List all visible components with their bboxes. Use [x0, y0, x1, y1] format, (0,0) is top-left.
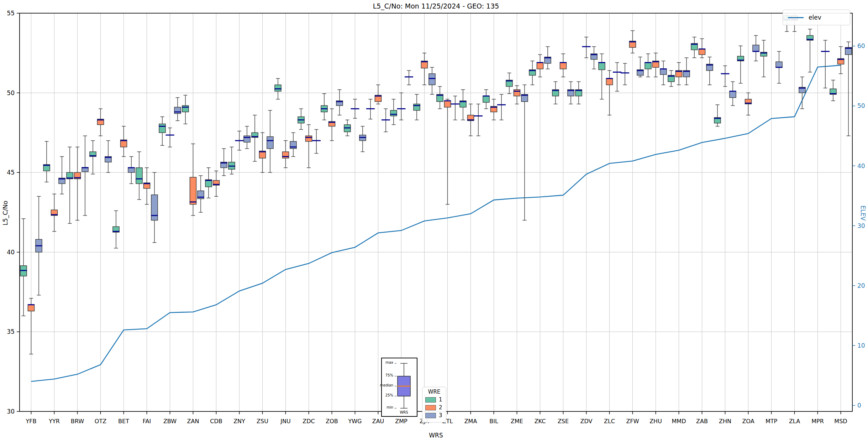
box-rect	[730, 91, 736, 98]
x-tick-label-YWG: YWG	[348, 418, 362, 425]
box-JNU-wre1	[275, 78, 282, 99]
inset-label-75: 75%	[379, 373, 393, 377]
legend-elev: elev	[783, 10, 850, 25]
box-rect	[645, 63, 651, 69]
box-BET-wre1	[113, 211, 120, 248]
box-rect	[514, 90, 520, 96]
x-tick-label-YFB: YFB	[26, 418, 37, 425]
box-ZBW-wre2	[166, 128, 174, 147]
box-ZHN-wre3	[730, 82, 736, 105]
box-rect	[306, 136, 312, 141]
box-ZLA-wre3	[799, 77, 806, 109]
box-BIL-wre1	[483, 90, 490, 109]
box-rect	[182, 105, 189, 112]
box-OTZ-wre2	[97, 109, 104, 136]
box-ZSE-wre2	[560, 54, 567, 77]
x-tick-label-MPR: MPR	[811, 418, 824, 425]
box-rect	[753, 45, 759, 51]
box-ZTL-wre1	[437, 87, 443, 109]
x-tick-label-ZAU: ZAU	[372, 418, 384, 425]
box-ZMP-wre3	[405, 71, 413, 85]
x-tick-label-ZMA: ZMA	[464, 418, 477, 425]
y-tick-label-right-20: 20	[857, 282, 865, 289]
wre3-swatch	[425, 413, 436, 418]
box-ZOA-wre2	[745, 93, 752, 115]
box-rect	[699, 49, 705, 55]
x-tick-label-ZSE: ZSE	[558, 418, 569, 425]
box-ZMP-wre2	[397, 93, 406, 120]
box-rect	[414, 104, 420, 110]
y-tick-label-left-35: 35	[7, 328, 15, 335]
box-CDB-wre1	[205, 168, 212, 198]
x-tick-label-ZDV: ZDV	[580, 418, 593, 425]
figure-root: 3035404550550102030405060YFBYYRBRWOTZBET…	[0, 0, 868, 441]
box-JNU-wre3	[290, 133, 297, 156]
box-BET-wre3	[128, 156, 135, 183]
legend-wre-title: WRE	[425, 389, 443, 395]
box-ZJX-wre3	[429, 67, 436, 94]
box-ZTL-wre3	[451, 96, 459, 120]
box-BET-wre2	[120, 126, 127, 157]
x-tick-label-ZDC: ZDC	[303, 418, 315, 425]
box-ZHN-wre1	[714, 105, 721, 126]
box-ZFW-wre3	[637, 57, 644, 77]
wre2-swatch	[425, 405, 436, 410]
box-ZHU-wre2	[652, 53, 659, 77]
x-tick-label-MTP: MTP	[766, 418, 778, 425]
boxplot-chart-svg: 3035404550550102030405060YFBYYRBRWOTZBET…	[0, 0, 868, 441]
x-tick-label-ZAN: ZAN	[187, 418, 199, 425]
box-ZHN-wre2	[721, 66, 730, 87]
box-ZSE-wre3	[568, 82, 574, 104]
legend-wre-item: 1	[425, 396, 443, 403]
box-ZAU-wre3	[382, 109, 390, 132]
x-tick-label-MMD: MMD	[672, 418, 686, 425]
box-ZME-wre2	[514, 85, 520, 104]
y-tick-label-right-10: 10	[857, 342, 865, 349]
box-ZMP-wre1	[390, 99, 397, 125]
box-rect	[244, 136, 250, 142]
y-tick-label-left-55: 55	[7, 10, 15, 17]
box-OTZ-wre1	[90, 141, 96, 174]
boxplot-key-inset: max 75% median 25% min WRS	[381, 358, 417, 417]
box-rect	[159, 124, 165, 133]
box-YWG-wre1	[344, 120, 351, 136]
box-CDB-wre3	[221, 149, 227, 176]
box-MPR-wre3	[821, 40, 830, 88]
y-tick-label-right-60: 60	[857, 42, 865, 50]
box-ZFW-wre1	[621, 63, 629, 85]
box-rect	[606, 78, 613, 85]
elev-line-sample	[788, 17, 804, 18]
box-MSD-wre1	[830, 80, 837, 101]
box-rect	[560, 63, 567, 69]
legend-wre-item-label: 2	[439, 404, 442, 411]
box-ZBW-wre1	[159, 117, 166, 145]
box-ZNY-wre1	[228, 147, 235, 174]
box-MSD-wre3	[845, 42, 852, 136]
box-ZAB-wre1	[691, 37, 698, 58]
box-ZNY-wre3	[244, 126, 251, 149]
box-rect	[483, 96, 489, 103]
box-rect	[537, 63, 543, 69]
box-BIL-wre2	[490, 99, 497, 120]
box-ZDV-wre2	[582, 37, 591, 58]
x-axis-label: WRS	[233, 432, 639, 439]
box-ZSE-wre1	[552, 82, 559, 104]
y-axis-label-right: ELEV	[859, 186, 867, 240]
x-tick-label-CDB: CDB	[210, 418, 222, 425]
legend-wre: WRE 1 2 3	[422, 387, 446, 422]
x-tick-label-ZHU: ZHU	[649, 418, 662, 425]
box-FAI-wre3	[151, 172, 158, 243]
box-rect	[390, 110, 397, 116]
box-ZSU-wre3	[267, 110, 274, 172]
y-tick-label-right-0: 0	[857, 402, 861, 409]
inset-label-25: 25%	[379, 393, 393, 397]
box-YFB-wre3	[36, 196, 42, 295]
y-tick-label-left-50: 50	[7, 89, 15, 97]
inset-label-max: max	[379, 360, 393, 364]
box-rect	[444, 101, 451, 107]
x-tick-label-OTZ: OTZ	[95, 418, 106, 425]
box-rect	[599, 63, 605, 70]
box-ZHU-wre1	[645, 54, 652, 77]
y-tick-label-right-40: 40	[857, 162, 865, 170]
box-ZBW-wre3	[174, 98, 181, 121]
